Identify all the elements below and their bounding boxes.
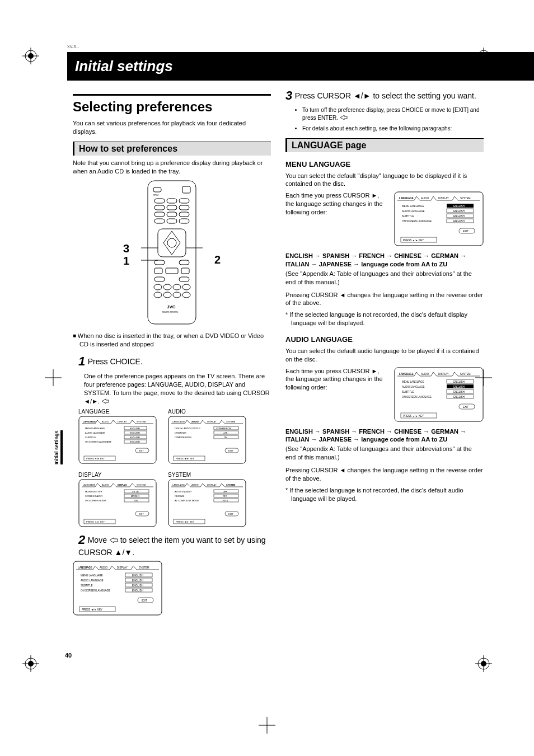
svg-text:AUDIO: AUDIO [102, 420, 109, 423]
crop-mark-icon [475, 369, 492, 386]
svg-text:SUBTITLE: SUBTITLE [402, 391, 414, 393]
svg-text:AUDIO LANGUAGE: AUDIO LANGUAGE [402, 210, 425, 213]
crop-mark-icon [22, 48, 39, 64]
language-reverse: Pressing CURSOR ◄ changes the language s… [285, 291, 484, 308]
svg-text:PRESS ◄/► KEY: PRESS ◄/► KEY [403, 415, 424, 417]
audio-language-p1: You can select the default audio languag… [285, 347, 484, 364]
crop-mark-icon [22, 655, 39, 672]
svg-text:AUDIO: AUDIO [102, 483, 109, 486]
osd-label: AUDIO [168, 408, 246, 415]
osd-screen-icon: LANGUAGEAUDIODISPLAYSYSTEM MENU LANGUAGE… [73, 561, 162, 616]
language-see: (See "Appendix A: Table of languages and… [285, 270, 484, 287]
svg-text:MENU LANGUAGE: MENU LANGUAGE [85, 427, 105, 430]
svg-text:SYSTEM: SYSTEM [139, 566, 149, 569]
svg-text:MENU LANGUAGE: MENU LANGUAGE [402, 381, 424, 383]
svg-text:ON: ON [224, 436, 227, 439]
osd-screen-icon: LANGUAGEAUDIODISPLAYSYSTEM MENU LANGUAGE… [394, 367, 484, 422]
svg-text:MONITOR TYPE: MONITOR TYPE [85, 490, 102, 493]
step-text: Press CURSOR ◄/► to select the setting y… [295, 91, 476, 100]
svg-text:EXIT: EXIT [463, 406, 469, 408]
svg-text:DISPLAY: DISPLAY [207, 483, 217, 486]
svg-text:SYSTEM: SYSTEM [137, 483, 146, 486]
svg-text:MODE 1: MODE 1 [131, 495, 140, 497]
osd-screen-icon: LANGUAGEAUDIODISPLAYSYSTEM MENU LANGUAGE… [394, 191, 484, 246]
audio-language-row: Each time you press CURSOR ►, the langua… [285, 367, 484, 422]
step-1: 1 Press CHOICE. [78, 354, 271, 369]
step-3-bullets: To turn off the preference display, pres… [285, 106, 484, 133]
svg-text:DISPLAY: DISPLAY [207, 420, 217, 423]
step-1-desc: One of the preference pages appears on t… [84, 372, 271, 405]
step-3: 3 Press CURSOR ◄/► to select the setting… [285, 88, 484, 103]
step-2: 2 Move to select the item you want to se… [78, 533, 271, 557]
svg-point-7 [481, 53, 486, 59]
svg-text:DISPLAY: DISPLAY [118, 483, 127, 486]
callout-2: 2 [214, 253, 221, 266]
svg-text:ENGLISH: ENGLISH [453, 220, 465, 223]
menu-language-row: Each time you press CURSOR ►, the langua… [285, 191, 484, 246]
svg-text:ON SCREEN GUIDE: ON SCREEN GUIDE [85, 499, 106, 502]
audio-language-p2: Each time you press CURSOR ►, the langua… [285, 367, 386, 392]
note-text: Note that you cannot bring up a preferen… [73, 159, 271, 176]
svg-text:4:3 LB: 4:3 LB [132, 490, 139, 493]
subhead-how-to: How to set preferences [73, 142, 271, 156]
audio-chain: ENGLISH → SPANISH → FRENCH → CHINESE → G… [285, 428, 484, 444]
svg-text:AUDIO: AUDIO [191, 420, 199, 423]
menu-language-heading: MENU LANGUAGE [285, 160, 484, 168]
step-text: Press CHOICE. [88, 357, 143, 366]
crop-mark-icon [259, 717, 275, 734]
svg-text:ENGLISH: ENGLISH [132, 574, 143, 577]
svg-point-3 [28, 53, 34, 59]
svg-text:AV COMPULINK MODE: AV COMPULINK MODE [175, 499, 199, 502]
svg-text:ENGLISH: ENGLISH [453, 396, 465, 398]
svg-text:SUBTITLE: SUBTITLE [402, 215, 414, 218]
remote-diagram: 3 1 2 OPEN/ [73, 180, 271, 327]
page: Initial settings 40 XV-S... Initial sett… [0, 0, 534, 756]
side-tab: Initial settings [54, 430, 63, 464]
callout-1: 1 [123, 255, 129, 267]
svg-text:AUTO STANDBY: AUTO STANDBY [175, 490, 192, 493]
menu-language-p1: You can select the default "display" lan… [285, 172, 484, 189]
svg-text:REMOTE CONTROL: REMOTE CONTROL [162, 311, 179, 313]
svg-text:PRESS ◄/► KEY: PRESS ◄/► KEY [403, 239, 424, 242]
svg-text:EXIT: EXIT [139, 513, 144, 515]
audio-footnote: * If the selected language is not record… [285, 486, 484, 503]
svg-text:SYSTEM: SYSTEM [460, 197, 471, 200]
svg-text:OFF: OFF [223, 490, 228, 493]
svg-text:SCREEN SAVER: SCREEN SAVER [85, 495, 102, 497]
left-column: Selecting preferences You can set variou… [73, 86, 271, 616]
svg-text:LANGUAGE: LANGUAGE [172, 420, 185, 423]
step-text: Move to select the item you want to set … [78, 536, 266, 557]
osd-label: LANGUAGE [78, 408, 157, 415]
svg-text:DISPLAY: DISPLAY [438, 373, 449, 375]
osd-screen-icon: LANGUAGEAUDIODISPLAYSYSTEM MONITOR TYPE4… [78, 479, 157, 527]
svg-rect-124 [168, 480, 246, 527]
remote-icon: OPEN/ [141, 180, 203, 325]
svg-text:ENGLISH: ENGLISH [130, 427, 140, 430]
svg-text:ENGLISH: ENGLISH [453, 391, 465, 393]
osd-display: DISPLAY LANGUAGEAUDIODISPLAYSYSTEM MONIT… [78, 472, 157, 527]
svg-text:Lt/Rt: Lt/Rt [223, 431, 228, 434]
step-number: 2 [78, 533, 85, 547]
menu-language-p2: Each time you press CURSOR ►, the langua… [285, 191, 386, 217]
svg-text:AUDIO LANGUAGE: AUDIO LANGUAGE [81, 579, 104, 582]
svg-text:MENU LANGUAGE: MENU LANGUAGE [81, 574, 103, 577]
svg-text:ENGLISH: ENGLISH [453, 210, 465, 213]
svg-text:PRESS ◄/► KEY: PRESS ◄/► KEY [86, 457, 105, 460]
osd-label: DISPLAY [78, 472, 157, 478]
osd-screen-icon: LANGUAGEAUDIODISPLAYSYSTEM MENU LANGUAGE… [78, 416, 157, 464]
svg-text:EXIT: EXIT [139, 449, 144, 452]
page-number: 40 [65, 652, 72, 659]
subhead-language-page: LANGUAGE page [285, 138, 484, 152]
svg-text:LANGUAGE: LANGUAGE [399, 197, 414, 200]
svg-text:JVC: JVC [167, 304, 176, 309]
svg-text:STREAM/PCM: STREAM/PCM [216, 427, 231, 430]
svg-text:AUDIO: AUDIO [421, 197, 429, 200]
language-chain: ENGLISH → SPANISH → FRENCH → CHINESE → G… [285, 252, 484, 269]
language-footnote: * If the selected language is not record… [285, 311, 484, 327]
svg-text:DISPLAY: DISPLAY [117, 566, 128, 569]
svg-text:AUDIO: AUDIO [191, 483, 199, 486]
svg-text:SUBTITLE: SUBTITLE [81, 584, 93, 587]
svg-text:SUBTITLE: SUBTITLE [85, 436, 96, 439]
svg-text:DOWN MIX: DOWN MIX [175, 431, 186, 434]
svg-text:LANGUAGE: LANGUAGE [78, 566, 92, 569]
